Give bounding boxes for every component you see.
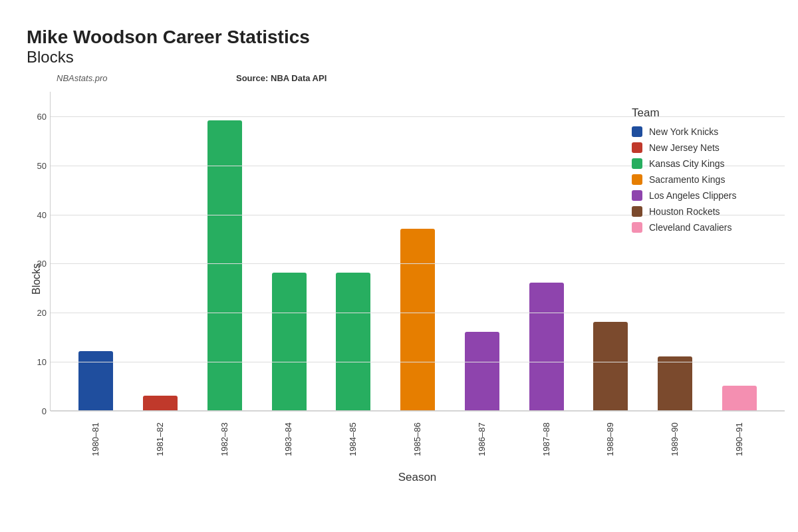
title-bold: Mike Woodson [27,27,158,47]
bar [465,332,499,410]
x-label: 1981–82 [155,414,165,464]
grid-line [51,411,785,412]
legend-label: Los Angeles Clippers [649,190,737,201]
watermark: NBAstats.pro [57,73,108,83]
legend-item: New York Knicks [632,126,785,137]
x-label: 1985–86 [412,414,422,464]
title-block: Mike Woodson Career Statistics Blocks [27,27,785,66]
bar [78,351,113,410]
chart-container: Mike Woodson Career Statistics Blocks Bl… [0,0,798,532]
bar-group [321,92,386,410]
x-label: 1980–81 [90,414,100,464]
x-labels: 1980–811981–821982–831983–841984–851985–… [50,414,785,464]
x-label: 1986–87 [477,414,487,464]
legend: Team New York KnicksNew Jersey NetsKansa… [632,106,785,238]
y-tick-label: 50 [37,160,47,170]
legend-swatch [632,126,642,137]
bar [207,120,242,410]
bar [529,283,564,410]
bar-group [128,92,193,410]
x-label-group: 1986–87 [450,414,514,464]
x-label-group: 1985–86 [385,414,450,464]
subtitle: Blocks [27,48,785,66]
bar [658,356,692,410]
legend-swatch [632,222,642,233]
legend-label: New Jersey Nets [649,142,720,153]
legend-swatch [632,142,642,153]
legend-item: Sacramento Kings [632,174,785,185]
x-label: 1989–90 [670,414,680,464]
bar [143,396,178,410]
x-label-group: 1980–81 [63,414,128,464]
x-label-group: 1982–83 [192,414,257,464]
y-tick-label: 60 [37,111,47,121]
legend-swatch [632,158,642,169]
y-tick-label: 30 [37,259,47,269]
x-label: 1983–84 [283,414,293,464]
x-label-group: 1988–89 [579,414,643,464]
legend-label: Cleveland Cavaliers [649,222,732,233]
bar [272,273,307,410]
y-tick-label: 20 [37,308,47,318]
x-label-group: 1989–90 [642,414,707,464]
legend-item: New Jersey Nets [632,142,785,153]
legend-label: New York Knicks [649,126,718,137]
source-prefix: Source: [236,73,271,83]
bar-group [450,92,514,410]
legend-swatch [632,174,642,185]
legend-label: Kansas City Kings [649,158,725,169]
legend-label: Houston Rockets [649,206,720,217]
legend-label: Sacramento Kings [649,174,725,185]
x-label: 1988–89 [605,414,615,464]
x-label: 1987–88 [541,414,551,464]
bar-group [64,92,128,410]
legend-swatch [632,190,642,201]
main-title: Mike Woodson Career Statistics [27,27,785,48]
legend-item: Kansas City Kings [632,158,785,169]
x-label-group: 1987–88 [514,414,579,464]
legend-items: New York KnicksNew Jersey NetsKansas Cit… [632,126,785,233]
legend-item: Houston Rockets [632,206,785,217]
title-regular: Career Statistics [158,27,310,47]
grid-line [51,362,785,362]
x-label: 1984–85 [348,414,358,464]
bar-group [257,92,321,410]
y-tick-label: 10 [37,357,47,367]
legend-swatch [632,206,642,217]
bar-group [192,92,257,410]
grid-line [51,313,785,313]
y-tick-label: 40 [37,209,47,219]
y-axis-label: Blocks [27,73,47,484]
x-label: 1990–91 [734,414,744,464]
bar-group [514,92,579,410]
bar [400,229,435,410]
bar [336,273,370,410]
source-text: NBA Data API [271,73,327,83]
legend-title: Team [632,106,785,120]
bar [593,322,628,410]
y-tick-label: 0 [42,406,47,416]
x-label: 1982–83 [219,414,229,464]
source-label: Source: NBA Data API [236,73,327,83]
bar-group [386,92,450,410]
x-label-group: 1984–85 [321,414,385,464]
grid-line [51,263,785,264]
x-axis-title: Season [50,471,785,484]
x-label-group: 1983–84 [256,414,321,464]
x-label-group: 1981–82 [128,414,192,464]
legend-item: Cleveland Cavaliers [632,222,785,233]
legend-item: Los Angeles Clippers [632,190,785,201]
x-label-group: 1990–91 [707,414,771,464]
bar [722,386,757,410]
